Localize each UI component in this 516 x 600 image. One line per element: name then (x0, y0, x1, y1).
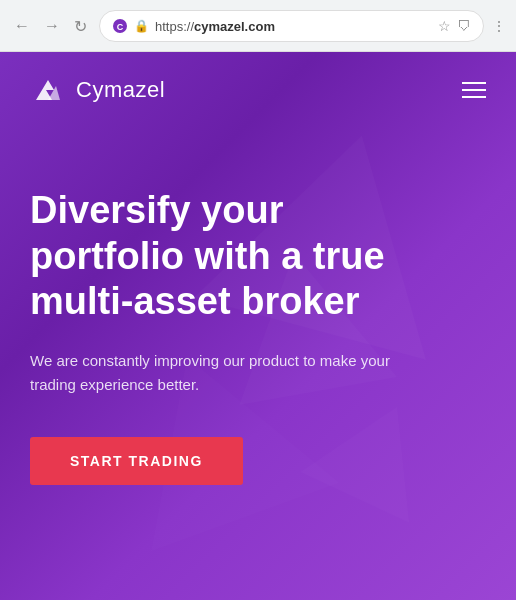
nav-buttons: ← → ↻ (10, 15, 91, 38)
hamburger-menu-button[interactable] (462, 82, 486, 98)
forward-button[interactable]: → (40, 15, 64, 37)
logo-icon (30, 72, 66, 108)
lock-icon: 🔒 (134, 19, 149, 33)
hamburger-line-2 (462, 89, 486, 91)
logo-text: Cymazel (76, 77, 165, 103)
logo-container: Cymazel (30, 72, 165, 108)
hamburger-line-3 (462, 96, 486, 98)
start-trading-button[interactable]: START TRADING (30, 437, 243, 485)
extensions-icon[interactable]: ⛉ (457, 18, 471, 34)
site-header: Cymazel (0, 52, 516, 128)
address-text: https://cymazel.com (155, 19, 432, 34)
bookmark-icon[interactable]: ☆ (438, 18, 451, 34)
browser-menu-icon[interactable]: ⋮ (492, 18, 506, 34)
hamburger-line-1 (462, 82, 486, 84)
website-content: Cymazel Diversify your portfolio with a … (0, 52, 516, 600)
svg-text:C: C (117, 22, 124, 32)
hero-subtitle: We are constantly improving our product … (30, 349, 410, 397)
back-button[interactable]: ← (10, 15, 34, 37)
address-bar[interactable]: C 🔒 https://cymazel.com ☆ ⛉ (99, 10, 484, 42)
hero-section: Diversify your portfolio with a true mul… (0, 128, 516, 525)
favicon-icon: C (112, 18, 128, 34)
browser-toolbar: ← → ↻ C 🔒 https://cymazel.com ☆ ⛉ ⋮ (0, 0, 516, 52)
reload-button[interactable]: ↻ (70, 15, 91, 38)
hero-title: Diversify your portfolio with a true mul… (30, 188, 430, 325)
